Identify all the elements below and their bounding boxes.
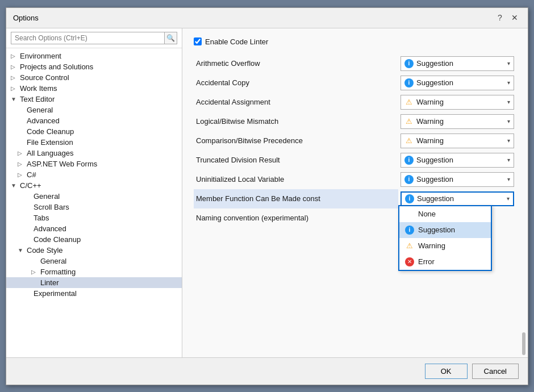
option-dropdown-btn[interactable]: iSuggestion▾ [400, 153, 514, 168]
tree-item-label: General [27, 106, 53, 114]
tree-item-cs-formatting[interactable]: ▷Formatting [6, 266, 182, 277]
dropdown-arrow-icon: ▾ [507, 60, 510, 66]
option-name: Arithmetic Overflow [194, 54, 398, 73]
tree-item-te-file-ext[interactable]: File Extension [6, 137, 182, 148]
tree-item-cpp-experimental[interactable]: Experimental [6, 288, 182, 299]
tree-item-cs-linter[interactable]: Linter [6, 277, 182, 288]
dropdown-arrow-icon: ▾ [507, 137, 510, 144]
close-button[interactable]: ✕ [508, 11, 521, 24]
tree-item-label: ASP.NET Web Forms [27, 160, 97, 168]
option-dropdown-btn[interactable]: Warning▾ [400, 114, 514, 129]
dropdown-option-suggestion[interactable]: iSuggestion [399, 222, 491, 238]
option-dropdown-btn[interactable]: iSuggestion▾ [400, 191, 514, 206]
dropdown-value-label: Suggestion [416, 156, 453, 164]
suggestion-icon: i [405, 226, 414, 235]
dropdown-popup: NoneiSuggestionWarning✕Error [398, 205, 492, 271]
tree-item-label: Experimental [34, 289, 77, 298]
tree-item-cpp-code-style[interactable]: ▼Code Style [6, 245, 182, 256]
tree-item-label: Linter [40, 278, 59, 287]
tree-item-te-csharp[interactable]: ▷C# [6, 169, 182, 180]
dropdown-value-label: Warning [416, 98, 444, 106]
tree-item-label: Environment [20, 52, 61, 60]
option-name: Logical/Bitwise Mismatch [194, 112, 398, 131]
option-dropdown-cell: iSuggestion▾ [398, 73, 516, 93]
search-input[interactable] [11, 32, 165, 44]
option-row-1: Accidental CopyiSuggestion▾ [194, 73, 516, 93]
tree-item-te-aspnet[interactable]: ▷ASP.NET Web Forms [6, 159, 182, 169]
tree-item-te-code-cleanup[interactable]: Code Cleanup [6, 126, 182, 137]
tree-item-text-editor[interactable]: ▼Text Editor [6, 94, 182, 105]
tree-item-label: Formatting [40, 268, 76, 276]
tree-item-label: Source Control [20, 73, 69, 82]
tree-item-label: C# [27, 170, 36, 179]
expand-icon: ▷ [11, 85, 18, 91]
dropdown-value-label: Suggestion [416, 78, 453, 87]
options-dialog: Options ? ✕ 🔍 ▷Environment▷Projects and … [6, 7, 528, 385]
cancel-button[interactable]: Cancel [472, 364, 519, 379]
tree-item-te-advanced[interactable]: Advanced [6, 115, 182, 126]
expand-icon: ▷ [18, 172, 24, 178]
dropdown-option-label: Warning [418, 241, 445, 250]
dropdown-value-label: Warning [416, 117, 444, 126]
search-icon[interactable]: 🔍 [165, 32, 177, 44]
option-dropdown-cell: iSuggestion▾NoneiSuggestionWarning✕Error [398, 189, 516, 208]
enable-linter-label: Enable Code Linter [205, 37, 268, 46]
warning-icon [404, 117, 414, 126]
option-name: Accidental Assignment [194, 93, 398, 112]
dropdown-btn-inner: iSuggestion [404, 78, 453, 87]
tree-item-label: General [40, 257, 66, 265]
warning-icon [404, 98, 414, 107]
tree-item-cpp-advanced[interactable]: Advanced [6, 223, 182, 234]
dropdown-btn-inner: Warning [404, 136, 444, 145]
dropdown-option-error[interactable]: ✕Error [399, 254, 491, 270]
tree-item-te-general[interactable]: General [6, 105, 182, 115]
tree-item-label: C/C++ [20, 181, 41, 190]
tree-item-source-control[interactable]: ▷Source Control [6, 72, 182, 83]
option-dropdown-btn[interactable]: iSuggestion▾ [400, 172, 514, 187]
option-dropdown-btn[interactable]: Warning▾ [400, 95, 514, 110]
tree-item-cpp-general[interactable]: General [6, 191, 182, 202]
dropdown-value-label: Suggestion [417, 194, 454, 203]
tree-item-cs-general[interactable]: General [6, 256, 182, 266]
tree-item-cpp-tabs[interactable]: Tabs [6, 212, 182, 223]
option-dropdown-btn[interactable]: iSuggestion▾ [400, 76, 514, 90]
option-name: Naming convention (experimental) [194, 208, 398, 228]
suggestion-icon: i [404, 156, 414, 165]
ok-button[interactable]: OK [425, 364, 468, 379]
dropdown-option-label: Error [418, 257, 435, 266]
tree-item-cpp[interactable]: ▼C/C++ [6, 180, 182, 191]
expand-icon: ▷ [18, 161, 24, 167]
search-box: 🔍 [6, 28, 182, 48]
scrollbar-indicator[interactable] [522, 332, 525, 355]
option-row-3: Logical/Bitwise MismatchWarning▾ [194, 112, 516, 131]
expand-icon: ▷ [11, 53, 18, 59]
tree-item-label: Code Style [27, 246, 63, 255]
tree-item-projects[interactable]: ▷Projects and Solutions [6, 61, 182, 72]
expand-icon: ▷ [11, 64, 18, 70]
tree-item-label: All Languages [27, 149, 73, 157]
tree-item-label: Tabs [34, 214, 49, 222]
help-button[interactable]: ? [494, 11, 506, 24]
tree-item-cpp-code-cleanup[interactable]: Code Cleanup [6, 234, 182, 245]
dropdown-arrow-icon: ▾ [507, 157, 510, 163]
suggestion-icon: i [404, 59, 414, 68]
tree-item-te-all-lang[interactable]: ▷All Languages [6, 148, 182, 159]
dropdown-option-warning[interactable]: Warning [399, 238, 491, 254]
enable-linter-checkbox[interactable] [194, 37, 202, 45]
warning-icon [405, 241, 414, 251]
tree-item-label: Text Editor [20, 95, 55, 103]
warning-icon [404, 136, 414, 145]
option-dropdown-btn[interactable]: iSuggestion▾ [400, 56, 514, 71]
dropdown-value-label: Warning [416, 136, 444, 145]
option-name: Member Function Can Be Made const [194, 189, 398, 208]
tree-item-environment[interactable]: ▷Environment [6, 51, 182, 61]
option-dropdown-btn[interactable]: Warning▾ [400, 134, 514, 148]
tree-item-work-items[interactable]: ▷Work Items [6, 83, 182, 94]
option-dropdown-cell: iSuggestion▾ [398, 54, 516, 73]
option-dropdown-cell: Warning▾ [398, 131, 516, 151]
dropdown-option-none[interactable]: None [399, 206, 491, 222]
suggestion-icon: i [404, 175, 414, 184]
suggestion-icon: i [405, 194, 414, 203]
option-row-5: Truncated Division ResultiSuggestion▾ [194, 151, 516, 170]
tree-item-cpp-scrollbars[interactable]: Scroll Bars [6, 202, 182, 212]
